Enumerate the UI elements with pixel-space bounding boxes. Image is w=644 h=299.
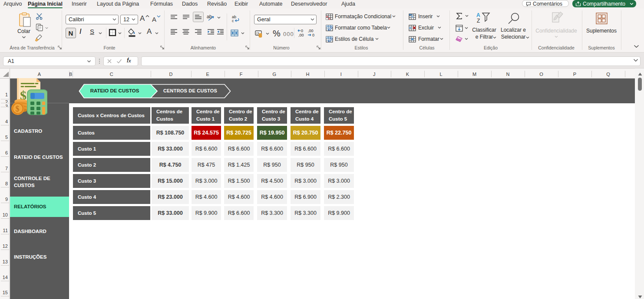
svg-text:c: c	[232, 19, 234, 23]
svg-text:0: 0	[301, 29, 303, 33]
svg-text:$: $	[16, 105, 20, 113]
svg-text:,00: ,00	[298, 33, 304, 37]
svg-text:Z: Z	[477, 18, 480, 23]
svg-text:A: A	[476, 12, 480, 18]
svg-text:0: 0	[312, 33, 314, 37]
svg-text:,00: ,00	[308, 29, 314, 33]
